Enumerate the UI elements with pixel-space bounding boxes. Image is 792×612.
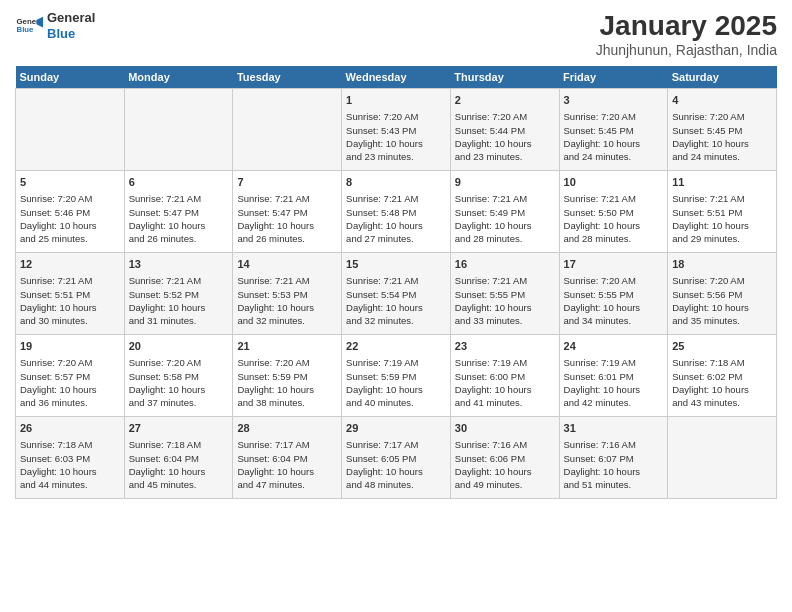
day-info: Sunrise: 7:18 AM Sunset: 6:02 PM Dayligh… bbox=[672, 356, 772, 409]
day-number: 26 bbox=[20, 421, 120, 436]
page-title: January 2025 bbox=[596, 10, 777, 42]
day-info: Sunrise: 7:21 AM Sunset: 5:51 PM Dayligh… bbox=[20, 274, 120, 327]
calendar-day-cell: 10Sunrise: 7:21 AM Sunset: 5:50 PM Dayli… bbox=[559, 171, 668, 253]
calendar-day-cell: 22Sunrise: 7:19 AM Sunset: 5:59 PM Dayli… bbox=[342, 335, 451, 417]
calendar-day-cell: 26Sunrise: 7:18 AM Sunset: 6:03 PM Dayli… bbox=[16, 417, 125, 499]
day-number: 30 bbox=[455, 421, 555, 436]
calendar-week-row: 1Sunrise: 7:20 AM Sunset: 5:43 PM Daylig… bbox=[16, 89, 777, 171]
day-info: Sunrise: 7:21 AM Sunset: 5:55 PM Dayligh… bbox=[455, 274, 555, 327]
day-info: Sunrise: 7:19 AM Sunset: 6:00 PM Dayligh… bbox=[455, 356, 555, 409]
calendar-day-cell: 1Sunrise: 7:20 AM Sunset: 5:43 PM Daylig… bbox=[342, 89, 451, 171]
calendar-day-cell: 24Sunrise: 7:19 AM Sunset: 6:01 PM Dayli… bbox=[559, 335, 668, 417]
day-number: 24 bbox=[564, 339, 664, 354]
day-info: Sunrise: 7:21 AM Sunset: 5:47 PM Dayligh… bbox=[237, 192, 337, 245]
calendar-day-cell: 18Sunrise: 7:20 AM Sunset: 5:56 PM Dayli… bbox=[668, 253, 777, 335]
day-info: Sunrise: 7:20 AM Sunset: 5:45 PM Dayligh… bbox=[672, 110, 772, 163]
day-info: Sunrise: 7:17 AM Sunset: 6:04 PM Dayligh… bbox=[237, 438, 337, 491]
day-number: 15 bbox=[346, 257, 446, 272]
day-number: 2 bbox=[455, 93, 555, 108]
weekday-header: Tuesday bbox=[233, 66, 342, 89]
day-number: 21 bbox=[237, 339, 337, 354]
day-number: 28 bbox=[237, 421, 337, 436]
calendar-day-cell: 20Sunrise: 7:20 AM Sunset: 5:58 PM Dayli… bbox=[124, 335, 233, 417]
calendar-day-cell bbox=[233, 89, 342, 171]
day-info: Sunrise: 7:17 AM Sunset: 6:05 PM Dayligh… bbox=[346, 438, 446, 491]
page-header: General Blue General Blue January 2025 J… bbox=[15, 10, 777, 58]
calendar-table: SundayMondayTuesdayWednesdayThursdayFrid… bbox=[15, 66, 777, 499]
logo-icon: General Blue bbox=[15, 12, 43, 40]
calendar-day-cell bbox=[16, 89, 125, 171]
day-number: 29 bbox=[346, 421, 446, 436]
day-info: Sunrise: 7:18 AM Sunset: 6:04 PM Dayligh… bbox=[129, 438, 229, 491]
weekday-header: Friday bbox=[559, 66, 668, 89]
day-number: 12 bbox=[20, 257, 120, 272]
calendar-week-row: 12Sunrise: 7:21 AM Sunset: 5:51 PM Dayli… bbox=[16, 253, 777, 335]
day-number: 31 bbox=[564, 421, 664, 436]
day-number: 20 bbox=[129, 339, 229, 354]
day-info: Sunrise: 7:21 AM Sunset: 5:51 PM Dayligh… bbox=[672, 192, 772, 245]
day-number: 10 bbox=[564, 175, 664, 190]
day-info: Sunrise: 7:20 AM Sunset: 5:58 PM Dayligh… bbox=[129, 356, 229, 409]
day-info: Sunrise: 7:20 AM Sunset: 5:46 PM Dayligh… bbox=[20, 192, 120, 245]
day-info: Sunrise: 7:20 AM Sunset: 5:59 PM Dayligh… bbox=[237, 356, 337, 409]
day-number: 8 bbox=[346, 175, 446, 190]
calendar-day-cell: 17Sunrise: 7:20 AM Sunset: 5:55 PM Dayli… bbox=[559, 253, 668, 335]
calendar-day-cell: 7Sunrise: 7:21 AM Sunset: 5:47 PM Daylig… bbox=[233, 171, 342, 253]
calendar-day-cell: 16Sunrise: 7:21 AM Sunset: 5:55 PM Dayli… bbox=[450, 253, 559, 335]
day-number: 19 bbox=[20, 339, 120, 354]
day-number: 1 bbox=[346, 93, 446, 108]
day-info: Sunrise: 7:21 AM Sunset: 5:47 PM Dayligh… bbox=[129, 192, 229, 245]
page-subtitle: Jhunjhunun, Rajasthan, India bbox=[596, 42, 777, 58]
calendar-day-cell: 5Sunrise: 7:20 AM Sunset: 5:46 PM Daylig… bbox=[16, 171, 125, 253]
day-number: 14 bbox=[237, 257, 337, 272]
logo-text: General Blue bbox=[47, 10, 95, 41]
day-info: Sunrise: 7:20 AM Sunset: 5:44 PM Dayligh… bbox=[455, 110, 555, 163]
day-number: 18 bbox=[672, 257, 772, 272]
day-number: 11 bbox=[672, 175, 772, 190]
calendar-day-cell bbox=[124, 89, 233, 171]
day-info: Sunrise: 7:18 AM Sunset: 6:03 PM Dayligh… bbox=[20, 438, 120, 491]
calendar-day-cell: 15Sunrise: 7:21 AM Sunset: 5:54 PM Dayli… bbox=[342, 253, 451, 335]
calendar-day-cell bbox=[668, 417, 777, 499]
calendar-day-cell: 19Sunrise: 7:20 AM Sunset: 5:57 PM Dayli… bbox=[16, 335, 125, 417]
day-number: 25 bbox=[672, 339, 772, 354]
day-info: Sunrise: 7:16 AM Sunset: 6:06 PM Dayligh… bbox=[455, 438, 555, 491]
day-number: 23 bbox=[455, 339, 555, 354]
weekday-header: Sunday bbox=[16, 66, 125, 89]
weekday-header: Thursday bbox=[450, 66, 559, 89]
day-info: Sunrise: 7:20 AM Sunset: 5:45 PM Dayligh… bbox=[564, 110, 664, 163]
svg-text:Blue: Blue bbox=[17, 25, 35, 34]
calendar-day-cell: 31Sunrise: 7:16 AM Sunset: 6:07 PM Dayli… bbox=[559, 417, 668, 499]
calendar-day-cell: 8Sunrise: 7:21 AM Sunset: 5:48 PM Daylig… bbox=[342, 171, 451, 253]
calendar-day-cell: 13Sunrise: 7:21 AM Sunset: 5:52 PM Dayli… bbox=[124, 253, 233, 335]
day-number: 3 bbox=[564, 93, 664, 108]
day-info: Sunrise: 7:19 AM Sunset: 6:01 PM Dayligh… bbox=[564, 356, 664, 409]
day-number: 5 bbox=[20, 175, 120, 190]
day-number: 4 bbox=[672, 93, 772, 108]
day-info: Sunrise: 7:21 AM Sunset: 5:50 PM Dayligh… bbox=[564, 192, 664, 245]
calendar-day-cell: 4Sunrise: 7:20 AM Sunset: 5:45 PM Daylig… bbox=[668, 89, 777, 171]
calendar-day-cell: 21Sunrise: 7:20 AM Sunset: 5:59 PM Dayli… bbox=[233, 335, 342, 417]
calendar-header: SundayMondayTuesdayWednesdayThursdayFrid… bbox=[16, 66, 777, 89]
day-info: Sunrise: 7:20 AM Sunset: 5:57 PM Dayligh… bbox=[20, 356, 120, 409]
calendar-day-cell: 14Sunrise: 7:21 AM Sunset: 5:53 PM Dayli… bbox=[233, 253, 342, 335]
day-info: Sunrise: 7:21 AM Sunset: 5:53 PM Dayligh… bbox=[237, 274, 337, 327]
day-number: 16 bbox=[455, 257, 555, 272]
day-info: Sunrise: 7:21 AM Sunset: 5:52 PM Dayligh… bbox=[129, 274, 229, 327]
calendar-day-cell: 25Sunrise: 7:18 AM Sunset: 6:02 PM Dayli… bbox=[668, 335, 777, 417]
day-number: 22 bbox=[346, 339, 446, 354]
calendar-day-cell: 3Sunrise: 7:20 AM Sunset: 5:45 PM Daylig… bbox=[559, 89, 668, 171]
logo: General Blue General Blue bbox=[15, 10, 95, 41]
calendar-day-cell: 27Sunrise: 7:18 AM Sunset: 6:04 PM Dayli… bbox=[124, 417, 233, 499]
day-info: Sunrise: 7:20 AM Sunset: 5:55 PM Dayligh… bbox=[564, 274, 664, 327]
day-info: Sunrise: 7:21 AM Sunset: 5:49 PM Dayligh… bbox=[455, 192, 555, 245]
day-info: Sunrise: 7:20 AM Sunset: 5:43 PM Dayligh… bbox=[346, 110, 446, 163]
calendar-day-cell: 23Sunrise: 7:19 AM Sunset: 6:00 PM Dayli… bbox=[450, 335, 559, 417]
calendar-day-cell: 2Sunrise: 7:20 AM Sunset: 5:44 PM Daylig… bbox=[450, 89, 559, 171]
calendar-week-row: 26Sunrise: 7:18 AM Sunset: 6:03 PM Dayli… bbox=[16, 417, 777, 499]
day-info: Sunrise: 7:19 AM Sunset: 5:59 PM Dayligh… bbox=[346, 356, 446, 409]
weekday-header: Monday bbox=[124, 66, 233, 89]
calendar-day-cell: 12Sunrise: 7:21 AM Sunset: 5:51 PM Dayli… bbox=[16, 253, 125, 335]
day-number: 17 bbox=[564, 257, 664, 272]
weekday-header: Saturday bbox=[668, 66, 777, 89]
